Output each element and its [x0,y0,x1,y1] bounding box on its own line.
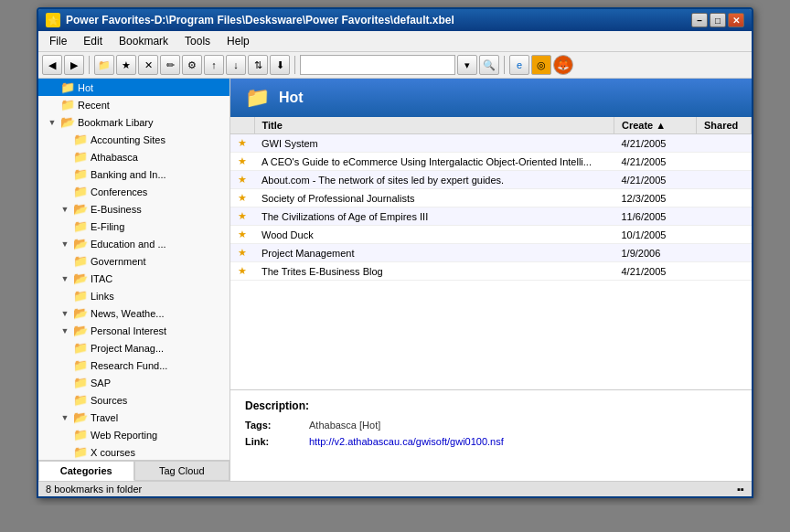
date-cell: 4/21/2005 [614,262,697,281]
browser-button-firefox[interactable]: 🦊 [553,55,573,75]
move-down-button[interactable]: ↓ [226,55,246,75]
sidebar-item-personal-interest[interactable]: ▼ 📂 Personal Interest [38,322,230,339]
window-title: Power Favorites-D:\Program Files\Deskswa… [66,14,454,27]
sidebar-item-itac[interactable]: ▼ 📂 ITAC [38,270,230,287]
expander-personal-interest: ▼ [59,325,71,337]
shared-cell [697,207,752,226]
sidebar-item-project-manag[interactable]: 📁 Project Manag... [38,339,230,356]
date-cell: 4/21/2005 [614,171,697,189]
minimize-button[interactable]: – [691,13,708,27]
menu-bookmark[interactable]: Bookmark [112,33,176,49]
folder-icon-sap: 📁 [73,376,88,389]
expander-e-business: ▼ [59,203,71,216]
sidebar-item-banking[interactable]: 📁 Banking and In... [38,165,230,183]
maximize-button[interactable]: □ [710,13,726,27]
sidebar-label-e-filing: E-Filing [91,221,124,232]
table-row[interactable]: ★ About.com - The network of sites led b… [230,171,752,189]
menu-help[interactable]: Help [219,33,257,49]
menu-file[interactable]: File [42,33,74,49]
toolbar-separator-2 [294,56,295,74]
table-row[interactable]: ★ The Trites E-Business Blog 4/21/2005 [230,262,752,281]
sidebar-item-accounting-sites[interactable]: 📁 Accounting Sites [38,131,230,148]
tab-tag-cloud[interactable]: Tag Cloud [134,461,230,481]
toolbar: ◀ ▶ 📁 ★ ✕ ✏ ⚙ ↑ ↓ ⇅ ⬇ ▾ 🔍 e ◎ 🦊 [38,52,752,79]
col-header-shared[interactable]: Shared [697,117,752,134]
edit-button[interactable]: ✏ [160,55,180,75]
sidebar-item-e-filing[interactable]: 📁 E-Filing [38,218,230,235]
detail-link-value[interactable]: http://v2.athabascau.ca/gwisoft/gwi0100.… [309,436,504,447]
expander-sources [59,394,71,407]
sidebar-item-web-reporting[interactable]: 📁 Web Reporting [38,426,230,443]
col-header-title[interactable]: Title [254,117,614,134]
sidebar-item-recent[interactable]: 📁 Recent [38,96,230,113]
search-dropdown[interactable]: ▾ [457,55,477,75]
sidebar: 📁 Hot 📁 Recent ▼ 📂 Bookmark Libary [38,79,230,481]
sidebar-item-government[interactable]: 📁 Government [38,252,230,270]
menu-tools[interactable]: Tools [177,33,218,49]
table-row[interactable]: ★ Project Management 1/9/2006 [230,244,752,262]
expander-hot [46,81,59,94]
expander-education: ▼ [59,238,71,250]
search-button[interactable]: 🔍 [479,55,499,75]
folder-icon-itac: 📂 [73,271,88,285]
move-up-button[interactable]: ↑ [204,55,224,75]
date-cell: 12/3/2005 [614,189,697,207]
table-row[interactable]: ★ Wood Duck 10/1/2005 [230,226,752,244]
folder-icon-x-courses: 📁 [73,445,88,459]
new-folder-button[interactable]: 📁 [94,55,114,75]
detail-tags-value: Athabasca [Hot] [309,420,380,431]
sidebar-item-hot[interactable]: 📁 Hot [38,79,230,96]
new-bookmark-button[interactable]: ★ [116,55,136,75]
delete-button[interactable]: ✕ [138,55,158,75]
expander-bookmark-library: ▼ [46,116,59,129]
tab-categories[interactable]: Categories [38,461,134,481]
table-row[interactable]: ★ GWI System 4/21/2005 [230,134,752,153]
forward-button[interactable]: ▶ [64,55,84,75]
star-cell: ★ [230,262,254,281]
col-header-create[interactable]: Create ▲ [614,117,697,134]
folder-icon-sources: 📁 [73,393,88,407]
sidebar-item-links[interactable]: 📁 Links [38,287,230,304]
detail-panel: Description: Tags: Athabasca [Hot] Link:… [230,389,752,481]
sidebar-item-sap[interactable]: 📁 SAP [38,374,230,391]
close-button[interactable]: ✕ [728,13,744,27]
sidebar-item-x-courses[interactable]: 📁 X courses [38,443,230,460]
sidebar-item-e-business[interactable]: ▼ 📂 E-Business [38,200,230,218]
star-cell: ★ [230,134,254,153]
sidebar-label-web-reporting: Web Reporting [91,430,157,441]
sort-button[interactable]: ⇅ [248,55,268,75]
search-input[interactable] [300,55,455,75]
folder-header-icon: 📁 [245,86,270,110]
sidebar-item-education[interactable]: ▼ 📂 Education and ... [38,235,230,252]
sidebar-item-athabasca[interactable]: 📁 Athabasca [38,148,230,165]
sidebar-label-accounting-sites: Accounting Sites [91,134,165,145]
sidebar-item-news[interactable]: ▼ 📂 News, Weathe... [38,304,230,322]
sidebar-item-bookmark-library[interactable]: ▼ 📂 Bookmark Libary [38,113,230,131]
sidebar-item-conferences[interactable]: 📁 Conferences [38,183,230,200]
folder-icon-education: 📂 [73,237,88,250]
folder-icon-bookmark-library: 📂 [60,115,75,129]
back-button[interactable]: ◀ [42,55,62,75]
properties-button[interactable]: ⚙ [182,55,202,75]
table-row[interactable]: ★ A CEO's Guide to eCommerce Using Inter… [230,153,752,171]
folder-icon-research-fund: 📁 [73,358,88,372]
import-button[interactable]: ⬇ [270,55,290,75]
detail-tags-label: Tags: [245,420,309,431]
sidebar-label-personal-interest: Personal Interest [91,325,166,336]
table-row[interactable]: ★ The Civilizations of Age of Empires II… [230,207,752,226]
expander-athabasca [59,151,71,164]
browser-button-2[interactable]: ◎ [531,55,551,75]
col-header-star[interactable] [230,117,254,134]
sidebar-item-sources[interactable]: 📁 Sources [38,391,230,409]
app-icon: ⭐ [46,13,60,27]
sidebar-tree: 📁 Hot 📁 Recent ▼ 📂 Bookmark Libary [38,79,230,460]
sidebar-label-e-business: E-Business [91,204,142,215]
folder-header-title: Hot [279,90,304,106]
folder-icon-e-filing: 📁 [73,219,88,233]
bookmark-rows: ★ GWI System 4/21/2005 ★ A CEO's Guide t… [230,134,752,281]
sidebar-item-research-fund[interactable]: 📁 Research Fund... [38,356,230,374]
menu-edit[interactable]: Edit [76,33,110,49]
table-row[interactable]: ★ Society of Professional Journalists 12… [230,189,752,207]
browser-button-ie[interactable]: e [509,55,529,75]
sidebar-item-travel[interactable]: ▼ 📂 Travel [38,409,230,426]
